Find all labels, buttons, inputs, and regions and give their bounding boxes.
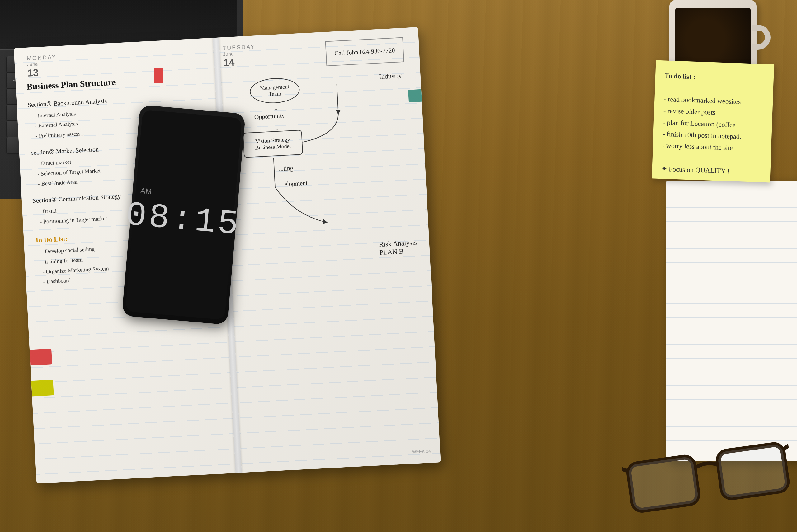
svg-line-0 [337,84,338,112]
desk-scene: esc ⊙ ⊙ ⊡ ⊟ ◂◂ ▸▸ ▮▮ ◀◀ ◂ ▪ ▲ ⊞ ~ 1 2 3 … [0,0,797,532]
section-marketing: ...ting [279,165,293,172]
arrow-down-2: ↓ [275,123,279,132]
svg-line-1 [274,158,275,187]
section-development: ...elopment [280,179,308,188]
node-opportunity: Opportunity [254,112,285,121]
cup-handle [752,25,771,50]
sticky-item-5: - worry less about the site [662,141,733,152]
svg-rect-6 [628,456,699,511]
sticky-title: To do list : [665,72,696,81]
svg-rect-7 [717,443,788,499]
notepad-content [666,180,797,206]
sticky-item-2: - revise older posts [663,107,716,116]
sticky-note-text: To do list : - read bookmarked websites … [661,70,765,178]
arrow-down-1: ↓ [274,104,278,112]
right-page-header: TUESDAY June 14 [223,43,257,69]
week-number: WEEK 24 [412,449,431,455]
sticky-item-3: - plan for Location (coffee [663,118,736,129]
phone-time-display: AM 08:15 [124,185,243,244]
sticky-item-6: ✦ Focus on QUALITY ! [661,165,730,175]
smartphone-screen: AM 08:15 [125,110,242,320]
node-vision-strategy: Vision StrategyBusiness Model [243,130,303,158]
flowchart-diagram: ManagementTeam ↓ Opportunity ↓ Vision St… [224,68,425,296]
node-management-team: ManagementTeam [249,77,300,104]
call-note-box: Call John 024-986-7720 [325,37,404,66]
left-page-header: MONDAY June 13 [27,54,58,79]
notebook-right-page: TUESDAY June 14 Call John 024-986-7720 M… [216,27,440,473]
left-date-label: 13 [27,66,58,79]
node-risk-analysis: Risk AnalysisPLAN B [379,239,417,256]
phone-am-indicator: AM [140,187,152,196]
flowchart-svg [224,68,425,296]
call-note-text: Call John 024-986-7720 [334,46,395,57]
right-date-label: 14 [223,55,256,69]
sticky-note: To do list : - read bookmarked websites … [651,60,774,183]
tab-yellow [28,380,54,397]
smartphone: AM 08:15 [122,104,246,325]
node-industry: Industry [379,72,402,81]
tab-red [26,349,52,365]
sticky-item-1: - read bookmarked websites [664,95,741,106]
sticky-item-4: - finish 10th post in notepad. [663,130,742,140]
phone-time: 08:15 [124,195,243,244]
